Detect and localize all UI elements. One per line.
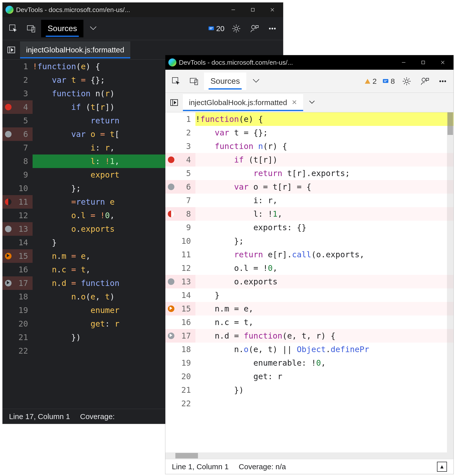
breakpoint-gutter[interactable]	[3, 182, 14, 195]
code-line[interactable]: 2 var t = {};	[165, 126, 453, 139]
breakpoint-gutter[interactable]	[165, 207, 177, 221]
code-line[interactable]: 8 l: !1,	[165, 207, 453, 221]
line-text[interactable]: var t = {};	[195, 126, 453, 139]
window-maximize-button[interactable]	[243, 3, 263, 17]
inspect-element-icon[interactable]	[168, 73, 184, 90]
breakpoint-gutter[interactable]	[165, 370, 177, 383]
breakpoint-marker[interactable]	[5, 104, 12, 110]
breakpoint-marker[interactable]	[5, 280, 12, 286]
code-line[interactable]: 15 n.m = e,	[165, 302, 453, 315]
line-text[interactable]: i: r,	[195, 194, 453, 207]
file-tab[interactable]: injectGlobalHook.js:formatted ✕	[183, 94, 303, 111]
line-text[interactable]: var o = t[r] = {	[195, 180, 453, 194]
breakpoint-marker[interactable]	[168, 211, 174, 217]
breakpoint-marker[interactable]	[5, 253, 12, 259]
file-tab[interactable]: injectGlobalHook.js:formatted	[20, 41, 130, 58]
line-text[interactable]: !function(e) {	[195, 112, 453, 126]
breakpoint-gutter[interactable]	[3, 100, 14, 114]
breakpoint-gutter[interactable]	[3, 114, 14, 127]
code-line[interactable]: 21 })	[165, 383, 453, 397]
breakpoint-gutter[interactable]	[165, 248, 177, 261]
code-line[interactable]: 7 i: r,	[165, 194, 453, 207]
titlebar[interactable]: DevTools - docs.microsoft.com/en-us/...	[3, 3, 283, 17]
code-line[interactable]: 14 }	[165, 288, 453, 302]
breakpoint-gutter[interactable]	[165, 167, 177, 180]
code-line[interactable]: 9 exports: {}	[165, 221, 453, 234]
titlebar[interactable]: DevTools - docs.microsoft.com/en-us/...	[165, 55, 453, 70]
code-editor[interactable]: 1 !function(e) { 2 var t = {}; 3 functio…	[165, 112, 453, 459]
breakpoint-gutter[interactable]	[3, 276, 14, 290]
code-line[interactable]: 12 o.l = !0,	[165, 261, 453, 275]
inspect-element-icon[interactable]	[5, 20, 22, 37]
breakpoint-gutter[interactable]	[165, 112, 177, 126]
code-line[interactable]: 19 enumerable: !0,	[165, 356, 453, 370]
breakpoint-gutter[interactable]	[3, 290, 14, 303]
breakpoint-gutter[interactable]	[3, 141, 14, 154]
breakpoint-gutter[interactable]	[3, 303, 14, 317]
line-text[interactable]: };	[195, 234, 453, 248]
breakpoint-gutter[interactable]	[3, 344, 14, 358]
breakpoint-marker[interactable]	[5, 199, 12, 205]
breakpoint-gutter[interactable]	[165, 153, 177, 167]
breakpoint-gutter[interactable]	[165, 139, 177, 153]
code-line[interactable]: 10 };	[165, 234, 453, 248]
breakpoint-gutter[interactable]	[3, 263, 14, 276]
breakpoint-gutter[interactable]	[3, 331, 14, 344]
more-options-icon[interactable]	[264, 20, 281, 37]
line-text[interactable]: n.d = function(e, t, r) {	[195, 329, 453, 343]
code-line[interactable]: 5 return t[r].exports;	[165, 167, 453, 180]
line-text[interactable]: n.c = t,	[195, 315, 453, 329]
device-emulation-icon[interactable]	[186, 73, 202, 90]
code-line[interactable]: 20 get: r	[165, 370, 453, 383]
window-close-button[interactable]	[433, 55, 452, 70]
breakpoint-marker[interactable]	[168, 278, 174, 285]
breakpoint-gutter[interactable]	[165, 315, 177, 329]
breakpoint-gutter[interactable]	[165, 194, 177, 207]
line-text[interactable]: l: !1,	[195, 207, 453, 221]
breakpoint-gutter[interactable]	[165, 343, 177, 356]
breakpoint-gutter[interactable]	[3, 236, 14, 249]
code-line[interactable]: 4 if (t[r])	[165, 153, 453, 167]
navigator-toggle-icon[interactable]	[165, 93, 183, 112]
line-text[interactable]: })	[195, 383, 453, 397]
line-text[interactable]: function n(r) {	[195, 139, 453, 153]
breakpoint-gutter[interactable]	[165, 261, 177, 275]
breakpoint-marker[interactable]	[168, 156, 174, 163]
code-line[interactable]: 3 function n(r) {	[165, 139, 453, 153]
tab-sources[interactable]: Sources	[41, 20, 83, 37]
more-options-icon[interactable]	[434, 73, 451, 90]
breakpoint-gutter[interactable]	[3, 127, 14, 141]
code-line[interactable]: 17 n.d = function(e, t, r) {	[165, 329, 453, 343]
line-text[interactable]: o.exports	[195, 275, 453, 288]
more-tabs-icon[interactable]	[85, 20, 101, 37]
line-text[interactable]: o.l = !0,	[195, 261, 453, 275]
breakpoint-gutter[interactable]	[165, 397, 177, 410]
device-emulation-icon[interactable]	[23, 20, 40, 37]
window-close-button[interactable]	[263, 3, 282, 17]
line-text[interactable]: exports: {}	[195, 221, 453, 234]
breakpoint-gutter[interactable]	[3, 317, 14, 331]
code-line[interactable]: 11 return e[r].call(o.exports,	[165, 248, 453, 261]
settings-icon[interactable]	[228, 20, 245, 37]
line-text[interactable]: n.m = e,	[195, 302, 453, 315]
line-text[interactable]: n.o(e, t) || Object.definePr	[195, 343, 453, 356]
breakpoint-gutter[interactable]	[3, 60, 14, 73]
breakpoint-gutter[interactable]	[3, 195, 14, 209]
breakpoint-gutter[interactable]	[165, 126, 177, 139]
pretty-print-button[interactable]: ▲	[437, 462, 447, 472]
window-maximize-button[interactable]	[413, 55, 433, 70]
breakpoint-gutter[interactable]	[3, 73, 14, 87]
code-line[interactable]: 6 var o = t[r] = {	[165, 180, 453, 194]
line-text[interactable]: if (t[r])	[195, 153, 453, 167]
vertical-scrollbar[interactable]	[447, 112, 453, 459]
breakpoint-gutter[interactable]	[3, 209, 14, 222]
console-errors-indicator[interactable]: 8	[380, 77, 397, 86]
breakpoint-marker[interactable]	[5, 131, 12, 137]
tab-sources[interactable]: Sources	[204, 72, 246, 90]
line-text[interactable]: }	[195, 288, 453, 302]
feedback-icon[interactable]	[416, 73, 433, 90]
code-line[interactable]: 22	[165, 397, 453, 410]
breakpoint-gutter[interactable]	[165, 329, 177, 343]
breakpoint-marker[interactable]	[168, 305, 174, 312]
console-errors-indicator[interactable]: 20	[206, 24, 226, 33]
